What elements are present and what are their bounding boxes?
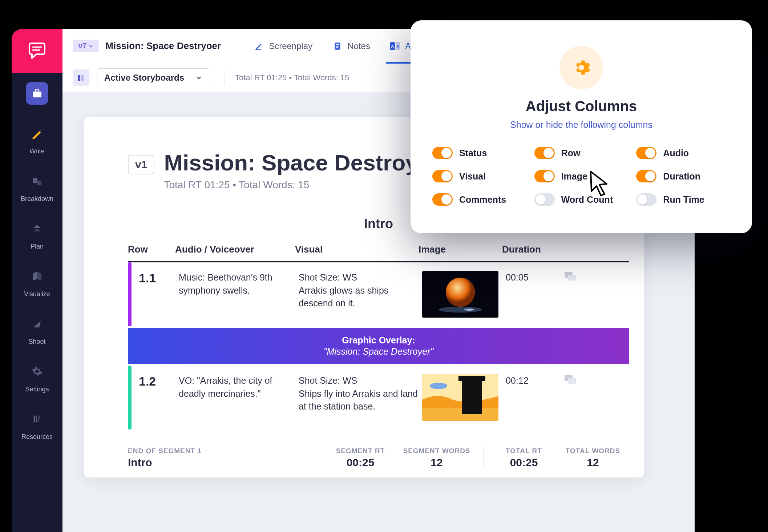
row-image[interactable] <box>422 374 498 421</box>
svg-rect-20 <box>336 47 338 48</box>
svg-marker-8 <box>33 225 41 228</box>
breakdown-icon <box>31 175 43 187</box>
version-chip[interactable]: v7 <box>73 40 99 52</box>
svg-rect-13 <box>34 416 35 423</box>
svg-marker-10 <box>33 272 37 281</box>
svg-rect-40 <box>568 378 576 384</box>
sidebar-item-breakdown[interactable]: Breakdown <box>12 160 62 208</box>
subbar-meta: Total RT 01:25 • Total Words: 15 <box>225 70 349 85</box>
adjust-columns-popover: Adjust Columns Show or hide the followin… <box>411 20 752 233</box>
notes-icon <box>332 41 343 52</box>
overlay-title: Graphic Overlay: <box>128 335 629 346</box>
table-row[interactable]: 1.1 Music: Beethovan's 9th symphony swel… <box>128 262 629 326</box>
graphic-overlay-bar[interactable]: Graphic Overlay: "Mission: Space Destroy… <box>128 328 629 364</box>
svg-rect-18 <box>336 44 339 45</box>
storyboard-select[interactable]: Active Storyboards <box>97 68 209 87</box>
toggle-switch[interactable] <box>432 193 453 206</box>
toggle-switch[interactable] <box>636 147 656 159</box>
sidebar-item-shoot[interactable]: Shoot <box>12 303 62 351</box>
svg-rect-35 <box>422 407 498 421</box>
toggle-row: Row <box>534 147 628 159</box>
sidebar-item-resources[interactable]: Resources <box>12 398 62 446</box>
toggle-switch[interactable] <box>534 170 555 182</box>
sidebar-item-write[interactable]: Write <box>12 113 62 160</box>
toggle-label: Duration <box>663 171 700 182</box>
svg-rect-16 <box>255 49 261 50</box>
footer-tot-rt-value: 00:25 <box>491 456 557 469</box>
toggle-status: Status <box>432 147 526 159</box>
toggle-label: Audio <box>663 148 689 158</box>
overlay-subtitle: "Mission: Space Destroyer" <box>128 346 629 357</box>
sheet-version-badge: v1 <box>128 155 154 174</box>
sheet-title: Mission: Space Destroyer <box>164 150 439 176</box>
row-visual: Shot Size: WS Arrakis glows as ships des… <box>299 271 419 310</box>
row-comments[interactable] <box>564 374 597 387</box>
comments-icon <box>564 271 577 282</box>
toggle-label: Image <box>561 171 587 182</box>
pencil-icon <box>31 128 43 139</box>
toggle-label: Row <box>561 148 581 158</box>
svg-rect-3 <box>35 90 39 92</box>
edit-icon <box>254 41 264 52</box>
footer-divider <box>484 447 484 468</box>
footer-seg-words-label: SEGMENT WORDS <box>397 447 477 455</box>
briefcase-icon <box>31 88 43 99</box>
tab-screenplay[interactable]: Screenplay <box>247 29 319 63</box>
sidebar-label-write: Write <box>29 148 45 155</box>
layout-toggle[interactable] <box>73 69 89 86</box>
footer-tot-words-label: TOTAL WORDS <box>557 447 629 455</box>
chevron-down-icon <box>196 75 202 81</box>
svg-rect-15 <box>37 415 40 422</box>
toggle-duration: Duration <box>636 170 730 182</box>
row-comments[interactable] <box>564 271 597 283</box>
table-row[interactable]: 1.2 VO: "Arrakis, the city of deadly mer… <box>128 366 629 430</box>
row-audio: Music: Beethovan's 9th symphony swells. <box>179 271 295 297</box>
svg-rect-37 <box>458 376 485 381</box>
sidebar-label-shoot: Shoot <box>28 338 45 346</box>
toggle-switch[interactable] <box>636 193 656 206</box>
svg-point-38 <box>430 383 447 389</box>
svg-marker-12 <box>33 321 41 327</box>
sidebar-item-plan[interactable]: Plan <box>12 208 62 255</box>
svg-point-31 <box>464 309 474 311</box>
svg-rect-14 <box>36 416 37 423</box>
svg-marker-9 <box>33 229 41 231</box>
sidebar-label-settings: Settings <box>25 386 49 393</box>
toggle-label: Run Time <box>663 194 704 205</box>
storyboard-select-label: Active Storyboards <box>104 73 184 83</box>
svg-marker-4 <box>32 131 41 139</box>
sidebar-label-resources: Resources <box>21 433 53 441</box>
popover-title: Adjust Columns <box>432 98 730 114</box>
tab-notes[interactable]: Notes <box>326 29 377 63</box>
toggle-switch[interactable] <box>432 170 453 182</box>
row-image[interactable] <box>422 271 498 318</box>
sidebar-label-visualize: Visualize <box>24 290 50 298</box>
chat-bubble-icon <box>27 41 47 61</box>
app-logo[interactable] <box>12 29 62 73</box>
svg-rect-33 <box>568 275 576 281</box>
sidebar-item-settings[interactable]: Settings <box>12 351 62 398</box>
panel-icon <box>77 73 85 82</box>
project-title: Mission: Space Destryoer <box>105 40 221 52</box>
footer-end-label: END OF SEGMENT 1 <box>128 447 324 455</box>
sidebar-item-visualize[interactable]: Visualize <box>12 255 62 303</box>
footer-seg-rt-label: SEGMENT RT <box>324 447 397 455</box>
row-audio: VO: "Arrakis, the city of deadly mercina… <box>179 374 295 400</box>
toggle-switch[interactable] <box>534 147 555 159</box>
toggle-switch[interactable] <box>636 170 656 182</box>
gear-icon <box>572 58 591 77</box>
toggle-switch[interactable] <box>534 193 555 206</box>
toggle-switch[interactable] <box>432 147 453 159</box>
row-number: 1.1 <box>139 271 175 285</box>
footer-tot-rt-label: TOTAL RT <box>491 447 557 455</box>
av-scripts-icon: AV <box>390 41 401 52</box>
sidebar-label-breakdown: Breakdown <box>21 195 53 203</box>
svg-rect-36 <box>462 378 482 414</box>
svg-rect-7 <box>37 181 41 185</box>
chevron-down-icon <box>89 44 93 48</box>
toggle-grid: Status Row Audio Visual Image Duration C… <box>432 147 730 206</box>
toggle-run-time: Run Time <box>636 193 730 206</box>
sidebar-item-home[interactable] <box>12 73 62 113</box>
tab-label: Notes <box>347 41 370 51</box>
toggle-visual: Visual <box>432 170 526 182</box>
